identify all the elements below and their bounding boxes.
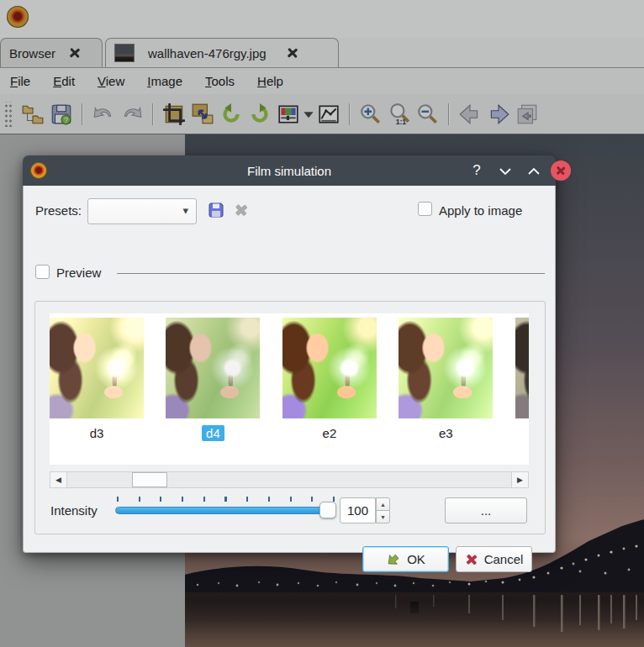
adjust-colors-icon (277, 103, 300, 126)
presets-combobox[interactable]: ▾ (87, 198, 197, 224)
scrollbar-thumb[interactable] (132, 472, 167, 487)
intensity-value-input[interactable]: 100 (340, 497, 376, 523)
spin-up-button[interactable]: ▲ (376, 497, 390, 511)
film-d4[interactable]: d4 (166, 313, 260, 441)
crop-button[interactable] (160, 100, 188, 129)
undo-button[interactable] (89, 100, 118, 129)
curves-button[interactable] (314, 100, 343, 129)
scroll-right-button[interactable]: ▶ (511, 472, 528, 487)
more-options-button[interactable]: ... (445, 497, 527, 523)
cancel-button[interactable]: Cancel (456, 546, 532, 572)
ok-arrow-icon (386, 552, 401, 567)
film-scrollbar[interactable]: ◀ ▶ (50, 471, 529, 488)
toolbar: ? (0, 94, 644, 134)
zoom-out-icon (416, 103, 440, 126)
delete-preset-button[interactable] (231, 200, 251, 220)
xnview-window: Browser wallhaven-476rgy.jpg File Edit V… (0, 0, 644, 647)
film-label-row: d3 (50, 425, 144, 441)
help-button[interactable]: ? (465, 159, 488, 182)
title-strip (0, 0, 644, 38)
menu-bar: File Edit View Image Tools Help (0, 67, 644, 94)
slider-handle[interactable] (319, 502, 336, 518)
unshade-button[interactable] (522, 159, 546, 182)
save-icon: ? (50, 103, 73, 126)
previous-image-button[interactable] (456, 100, 484, 129)
menu-edit[interactable]: Edit (53, 74, 75, 88)
preview-row: Preview (35, 263, 545, 283)
resize-icon (191, 103, 214, 126)
apply-to-image-label: Apply to image (439, 203, 522, 218)
tab-image-thumbnail (114, 44, 135, 62)
dialog-titlebar[interactable]: Film simulation ? (23, 155, 556, 186)
adjust-colors-dropdown-button[interactable] (303, 100, 314, 129)
cancel-label: Cancel (484, 552, 524, 566)
film-e3[interactable]: e3 (399, 313, 493, 441)
tab-browser[interactable]: Browser (0, 38, 103, 67)
back-to-browser-icon (515, 103, 539, 126)
save-button[interactable]: ? (47, 100, 76, 129)
toolbar-separator (152, 103, 154, 125)
film-label-row: ex (515, 425, 529, 441)
zoom-one-to-one-button[interactable]: 1:1 (385, 100, 414, 129)
next-image-icon (487, 103, 510, 126)
save-preset-icon (208, 202, 224, 218)
curves-icon (317, 103, 340, 126)
menu-help[interactable]: Help (257, 74, 283, 88)
film-e2[interactable]: e2 (282, 313, 377, 441)
back-to-browser-button[interactable] (513, 100, 541, 129)
preview-checkbox[interactable] (35, 265, 50, 279)
svg-text:?: ? (64, 115, 68, 124)
film-ex[interactable]: ex (515, 313, 529, 441)
presets-label: Presets: (35, 203, 82, 218)
tab-close-icon[interactable] (285, 45, 300, 60)
rotate-left-button[interactable] (217, 100, 245, 129)
redo-button[interactable] (118, 100, 146, 129)
film-preview-image (399, 318, 493, 418)
next-image-button[interactable] (484, 100, 513, 129)
resize-button[interactable] (188, 100, 217, 129)
undo-icon (92, 103, 115, 126)
film-d3[interactable]: d3 (50, 313, 144, 441)
tab-image[interactable]: wallhaven-476rgy.jpg (105, 38, 339, 67)
slider-track[interactable] (115, 507, 335, 514)
menu-view[interactable]: View (98, 74, 124, 88)
redo-icon (120, 103, 144, 126)
menu-file[interactable]: File (10, 74, 30, 88)
apply-to-image-checkbox[interactable] (418, 202, 432, 216)
zoom-out-button[interactable] (414, 100, 442, 129)
crop-icon (162, 103, 186, 126)
film-preview-image (282, 318, 377, 418)
scroll-left-button[interactable]: ◀ (50, 472, 67, 487)
menu-tools[interactable]: Tools (205, 74, 235, 88)
zoom-in-button[interactable] (356, 100, 385, 129)
toolbar-separator (448, 103, 450, 125)
browse-folders-button[interactable] (18, 100, 47, 129)
preview-label: Preview (56, 266, 101, 280)
spin-down-button[interactable]: ▼ (376, 510, 390, 523)
zoom-one-to-one-icon: 1:1 (388, 103, 411, 126)
tab-browser-label: Browser (9, 46, 55, 60)
rotate-right-button[interactable] (245, 100, 274, 129)
intensity-label: Intensity (50, 503, 98, 518)
chevron-down-icon (303, 103, 314, 126)
dialog-actions: OK Cancel (24, 546, 557, 572)
save-preset-button[interactable] (206, 200, 226, 220)
tab-close-icon[interactable] (67, 45, 82, 60)
delete-preset-icon (234, 203, 249, 218)
film-label-row: e2 (282, 425, 377, 441)
intensity-spinbox: 100 ▲ ▼ (340, 497, 390, 523)
previous-image-icon (458, 103, 482, 126)
chevron-down-icon: ▾ (182, 204, 188, 217)
xnview-logo-icon (7, 6, 29, 28)
ok-label: OK (407, 552, 425, 566)
close-button[interactable] (551, 160, 571, 181)
intensity-slider[interactable] (115, 493, 335, 527)
ok-button[interactable]: OK (362, 546, 449, 572)
shade-button[interactable] (494, 159, 517, 182)
zoom-in-icon (359, 103, 383, 126)
adjust-colors-button[interactable] (274, 100, 303, 129)
film-preview-image (50, 318, 144, 418)
menu-image[interactable]: Image (147, 74, 182, 88)
close-icon (551, 160, 571, 181)
toolbar-grip-handle[interactable] (3, 102, 12, 127)
